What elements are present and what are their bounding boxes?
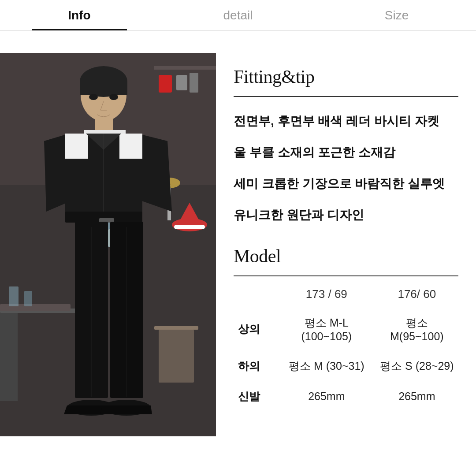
tab-detail[interactable]: detail [159,0,317,30]
fitting-title: Fitting&tip [234,66,458,87]
model-image-area [0,53,216,436]
svg-rect-9 [159,330,194,383]
model-bottom-label: 하의 [234,351,278,381]
model-header-empty [234,281,278,308]
svg-rect-37 [24,291,32,306]
model-divider [234,275,458,276]
model-header-row: 173 / 69 176/ 60 [234,281,458,308]
svg-point-33 [89,94,98,100]
tab-navigation: Info detail Size [0,0,476,31]
svg-rect-4 [176,75,187,90]
tab-info[interactable]: Info [0,0,159,30]
info-area: Fitting&tip 전면부, 후면부 배색 레더 바시티 자켓 울 부클 소… [216,53,476,476]
fitting-section: Fitting&tip 전면부, 후면부 배색 레더 바시티 자켓 울 부클 소… [234,66,458,223]
fitting-divider [234,96,458,97]
tip-4: 유니크한 원단과 디자인 [234,206,458,223]
model-col2-header: 176/ 60 [376,281,458,308]
model-svg [0,53,216,436]
model-row-top: 상의 평소 M-L (100~105) 평소 M(95~100) [234,308,458,351]
tip-3: 세미 크롭한 기장으로 바람직한 실루엣 [234,175,458,192]
model-title: Model [234,245,458,267]
model-shoes-label: 신발 [234,381,278,412]
tab-detail-label: detail [223,8,253,22]
main-content: Fitting&tip 전면부, 후면부 배색 레더 바시티 자켓 울 부클 소… [0,31,476,476]
model-table: 173 / 69 176/ 60 상의 평소 M-L (100~105) 평소 … [234,281,458,412]
model-bottom-col2: 평소 S (28~29) [376,351,458,381]
model-photo [0,53,216,436]
svg-point-34 [109,94,118,100]
model-bottom-col1: 평소 M (30~31) [278,351,376,381]
tab-info-label: Info [68,8,90,22]
model-col1-header: 173 / 69 [278,281,376,308]
svg-rect-2 [154,66,216,70]
svg-rect-12 [174,225,205,229]
model-top-label: 상의 [234,308,278,351]
model-section: Model 173 / 69 176/ 60 상의 평소 M-L (100~10… [234,245,458,412]
svg-rect-7 [0,313,18,401]
model-top-col1: 평소 M-L (100~105) [278,308,376,351]
model-row-shoes: 신발 265mm 265mm [234,381,458,412]
model-shoes-col2: 265mm [376,381,458,412]
tab-size-label: Size [385,8,409,22]
tip-1: 전면부, 후면부 배색 레더 바시티 자켓 [234,112,458,130]
model-shoes-col1: 265mm [278,381,376,412]
svg-rect-5 [190,73,198,93]
svg-rect-17 [80,82,127,95]
model-top-col2: 평소 M(95~100) [376,308,458,351]
svg-rect-3 [159,75,172,93]
tip-2: 울 부클 소재의 포근한 소재감 [234,144,458,161]
model-row-bottom: 하의 평소 M (30~31) 평소 S (28~29) [234,351,458,381]
svg-rect-36 [9,286,19,306]
svg-rect-8 [154,326,198,330]
tab-size[interactable]: Size [317,0,476,30]
